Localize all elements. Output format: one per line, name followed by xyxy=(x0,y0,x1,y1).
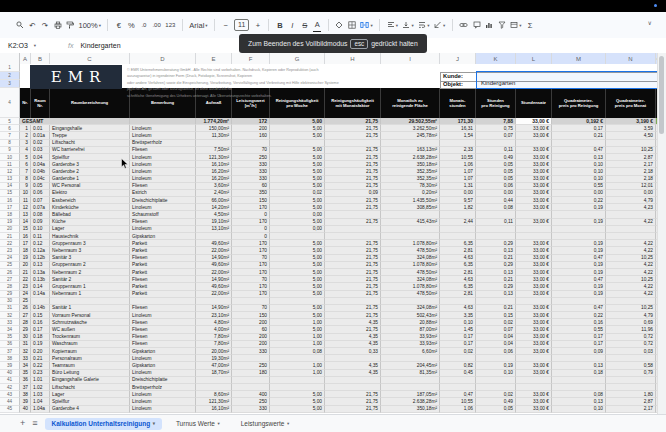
text-color-button[interactable]: A xyxy=(313,19,321,32)
cell[interactable]: Elektro xyxy=(50,190,130,197)
cell[interactable]: 33,00 € xyxy=(516,168,552,175)
cell[interactable]: 502,43m² xyxy=(381,312,440,319)
cell[interactable] xyxy=(325,298,381,305)
cell[interactable]: 4,35 xyxy=(325,319,381,326)
cell[interactable]: 172 xyxy=(232,118,270,125)
cell[interactable]: 0,04 xyxy=(476,334,516,341)
cell[interactable]: 0,47 xyxy=(440,391,476,398)
cell[interactable] xyxy=(552,211,606,218)
font-select[interactable]: Arial▾ xyxy=(189,21,207,30)
cell[interactable]: 1,00 xyxy=(270,334,325,341)
cell[interactable]: Garderobe 2 xyxy=(50,168,130,175)
cell[interactable]: 33,00 € xyxy=(516,255,552,262)
increase-decimals-button[interactable]: .00 xyxy=(152,19,160,31)
cell[interactable]: 170 xyxy=(232,219,270,226)
cell[interactable] xyxy=(325,233,381,240)
cell[interactable]: 0.11 xyxy=(31,233,50,240)
cell[interactable]: 1.02 xyxy=(31,384,50,391)
cell[interactable]: 0,13 xyxy=(476,247,516,254)
cell[interactable] xyxy=(325,377,381,384)
cell[interactable]: 0,29 xyxy=(476,240,516,247)
functions-button[interactable]: Σ xyxy=(526,19,534,31)
cell[interactable]: 30 xyxy=(20,334,31,341)
cell[interactable]: 0,19 xyxy=(552,204,606,211)
cell[interactable]: 0.13a xyxy=(31,269,50,276)
insert-link-icon[interactable] xyxy=(459,19,468,31)
cell[interactable]: 0,17 xyxy=(440,334,476,341)
cell[interactable]: Linoleum xyxy=(130,391,196,398)
zoom-select[interactable]: 100%▾ xyxy=(79,21,101,30)
column-header-G[interactable]: G xyxy=(270,53,325,64)
cell[interactable]: 170 xyxy=(232,204,270,211)
cell[interactable]: 5 xyxy=(20,154,31,161)
cell[interactable] xyxy=(552,384,606,391)
cell[interactable]: 5,00 xyxy=(270,283,325,290)
cell[interactable]: 17 xyxy=(20,240,31,247)
cell[interactable]: Parkett xyxy=(130,283,196,290)
cell[interactable]: 0,17 xyxy=(552,125,606,132)
cell[interactable] xyxy=(476,233,516,240)
cell[interactable]: 1.078,80m² xyxy=(381,283,440,290)
cell[interactable] xyxy=(552,355,606,362)
cell[interactable]: 0,08 xyxy=(270,348,325,355)
text-wrap-icon[interactable]: ▾ xyxy=(418,21,429,29)
cell[interactable]: 0,00 xyxy=(476,190,516,197)
cell[interactable]: Nebenraum 1 xyxy=(50,291,130,298)
cell[interactable]: 0,02 xyxy=(476,319,516,326)
cell[interactable]: Linoleum xyxy=(130,406,196,413)
cell[interactable]: 33,00 € xyxy=(516,283,552,290)
cell[interactable]: 0,08 xyxy=(552,391,606,398)
cell[interactable]: 324,08m² xyxy=(381,276,440,283)
cell[interactable]: Spielflur xyxy=(50,398,130,405)
cell[interactable]: 1 xyxy=(20,125,31,132)
cell[interactable]: 4,00m² xyxy=(196,326,232,333)
horizontal-align-icon[interactable]: ▾ xyxy=(387,21,398,29)
cell[interactable]: 13,10m² xyxy=(196,226,232,233)
cell[interactable]: 0,55 xyxy=(552,183,606,190)
sheet-tab-leistungswerte[interactable]: Leistungswerte▾ xyxy=(234,418,297,430)
row-header-9[interactable]: 9 xyxy=(0,147,20,154)
merge-cells-icon[interactable]: ▾ xyxy=(360,21,372,29)
cell[interactable]: 0,03 xyxy=(606,348,656,355)
cell[interactable]: 33,00 € xyxy=(516,132,552,139)
all-sheets-icon[interactable]: ≡ xyxy=(32,419,37,428)
cell[interactable]: 0.20 xyxy=(31,348,50,355)
cell[interactable]: 4,22 xyxy=(606,247,656,254)
cell[interactable]: Dreischichtplatte xyxy=(130,377,196,384)
row-header-39[interactable]: 39 xyxy=(0,362,20,369)
cell[interactable]: 5,00 xyxy=(270,255,325,262)
cell[interactable]: 170 xyxy=(232,240,270,247)
cell[interactable]: 0.18 xyxy=(31,334,50,341)
cell[interactable]: 4,35 xyxy=(325,341,381,348)
row-header-31[interactable]: 31 xyxy=(0,305,20,312)
cell[interactable]: 2,87 xyxy=(606,398,656,405)
cell[interactable]: 0,13 xyxy=(552,154,606,161)
cell[interactable]: Garderobe 1 xyxy=(50,176,130,183)
cell[interactable]: 6 xyxy=(20,161,31,168)
cell[interactable]: 5,00 xyxy=(270,161,325,168)
cell[interactable] xyxy=(516,298,552,305)
cell[interactable]: 10,25 xyxy=(606,276,656,283)
cell[interactable]: Fliesen xyxy=(130,183,196,190)
cell[interactable]: 9 xyxy=(20,183,31,190)
cell[interactable] xyxy=(440,226,476,233)
cell[interactable]: 350,18m² xyxy=(381,161,440,168)
cell[interactable]: 0 xyxy=(232,233,270,240)
cell[interactable]: WC barrierefrei xyxy=(50,147,130,154)
cell[interactable]: 0.04a xyxy=(31,161,50,168)
cell[interactable]: Kopierraum xyxy=(50,348,130,355)
cell[interactable]: 33,00 € xyxy=(516,154,552,161)
cell[interactable]: 21,75 xyxy=(325,391,381,398)
cell[interactable]: Estrich xyxy=(130,190,196,197)
row-header-1[interactable]: 1 xyxy=(0,64,20,72)
text-rotation-icon[interactable]: ▾ xyxy=(434,21,445,29)
cell[interactable]: 33,00 € xyxy=(516,183,552,190)
cell[interactable]: Parkett xyxy=(130,240,196,247)
cell[interactable]: 478,50m² xyxy=(381,291,440,298)
cell[interactable]: 324,08m² xyxy=(381,305,440,312)
cell[interactable]: 4,63 xyxy=(440,255,476,262)
cell[interactable]: 0,10 xyxy=(552,176,606,183)
cell[interactable]: 11,30m² xyxy=(196,132,232,139)
cell[interactable]: 0,72 xyxy=(606,341,656,348)
cell[interactable]: Brettsperrholz xyxy=(130,140,196,147)
